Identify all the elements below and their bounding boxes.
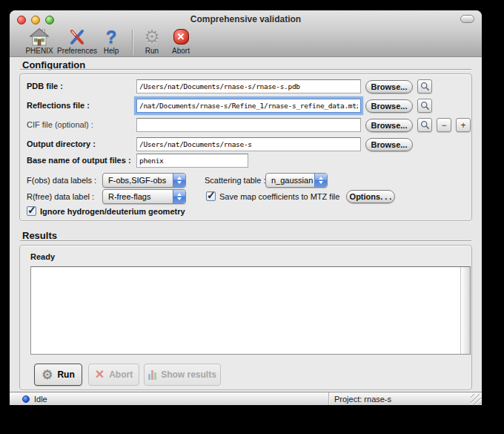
reflections-file-input[interactable] (136, 99, 361, 113)
tools-icon (68, 27, 86, 46)
toolbar-toggle-button[interactable] (460, 15, 474, 23)
dropdown-stepper-icon (314, 174, 327, 187)
show-results-label: Show results (161, 369, 216, 380)
run-button[interactable]: ⚙ Run (34, 364, 82, 386)
ignore-hd-checkbox[interactable]: ✓ (27, 206, 36, 216)
minus-icon: − (441, 120, 446, 131)
ignore-hd-label: Ignore hydrogen/deuterium geometry (40, 207, 185, 216)
rfree-value: R-free-flags (103, 190, 173, 203)
output-directory-input[interactable] (136, 137, 361, 151)
status-separator (328, 392, 329, 405)
screen-background: Comprehensive validation (0, 0, 504, 434)
cif-browse-button[interactable]: Browse... (365, 119, 413, 132)
window-header: Comprehensive validation (10, 10, 482, 57)
toolbar-label-help: Help (104, 47, 119, 55)
scattering-dropdown[interactable]: n_gaussian (265, 173, 328, 188)
cif-file-label: CIF file (optional) : (27, 120, 93, 129)
scattering-value: n_gaussian (266, 174, 314, 187)
fobs-dropdown[interactable]: F-obs,SIGF-obs (102, 173, 186, 188)
pdb-file-label: PDB file : (27, 82, 63, 91)
toolbar-button-abort[interactable]: ✕ Abort (165, 27, 196, 55)
toolbar-button-preferences[interactable]: Preferences (56, 27, 98, 55)
status-bar: Idle Project: rnase-s (10, 392, 482, 405)
rfree-label: R(free) data label : (27, 192, 94, 201)
pdb-browse-button[interactable]: Browse... (365, 80, 413, 93)
cif-search-button[interactable] (417, 118, 432, 132)
configuration-groupbox: PDB file : Browse... Reflections file : … (19, 73, 472, 221)
reflections-search-button[interactable] (417, 99, 432, 113)
cif-add-button[interactable]: + (456, 118, 471, 132)
base-name-label: Base name of output files : (27, 156, 131, 165)
search-icon (420, 120, 430, 130)
search-icon (420, 101, 430, 111)
rfree-dropdown[interactable]: R-free-flags (102, 189, 186, 204)
abort-x-icon: ✕ (173, 27, 189, 46)
gear-icon: ⚙ (42, 369, 53, 381)
results-divider (20, 240, 471, 241)
search-icon (420, 82, 430, 91)
toolbar-label-run: Run (145, 47, 159, 55)
help-icon: ? (106, 27, 117, 46)
cif-remove-button[interactable]: − (437, 118, 451, 132)
pdb-search-button[interactable] (417, 79, 432, 93)
base-name-input[interactable] (136, 154, 248, 168)
show-results-button[interactable]: Show results (144, 364, 221, 386)
resize-grip[interactable] (471, 394, 481, 404)
titlebar[interactable]: Comprehensive validation (10, 10, 482, 28)
status-text: Idle (34, 395, 47, 404)
home-icon (30, 27, 49, 46)
reflections-file-label: Reflections file : (27, 101, 90, 110)
window-title: Comprehensive validation (10, 14, 482, 24)
red-x-icon: ✕ (95, 369, 105, 381)
results-log-area[interactable] (30, 266, 471, 355)
output-directory-label: Output directory : (27, 139, 96, 148)
plus-icon: + (460, 120, 465, 131)
reflections-browse-button[interactable]: Browse... (365, 99, 413, 113)
results-groupbox: Ready ⚙ Run ✕ Abort Show results (19, 245, 472, 390)
abort-button[interactable]: ✕ Abort (88, 364, 139, 386)
content-area: Configuration PDB file : Browse... Refle… (10, 57, 482, 405)
dropdown-stepper-icon (173, 174, 185, 187)
toolbar-label-phenix: PHENIX (25, 47, 53, 55)
save-map-label: Save map coefficients to MTZ file (219, 192, 339, 201)
cif-file-input[interactable] (136, 118, 361, 132)
toolbar-button-help[interactable]: ? Help (98, 27, 125, 55)
results-heading: Results (22, 230, 57, 241)
pdb-file-input[interactable] (136, 79, 361, 93)
options-button[interactable]: Options. . . (346, 190, 395, 203)
abort-button-label: Abort (109, 369, 133, 380)
results-status-label: Ready (30, 252, 55, 261)
checkmark-icon: ✓ (207, 189, 216, 201)
run-button-label: Run (57, 369, 74, 380)
save-map-checkbox[interactable]: ✓ (206, 191, 216, 201)
scrollbar[interactable] (460, 267, 470, 354)
scattering-label: Scattering table : (205, 176, 266, 185)
output-browse-button[interactable]: Browse... (365, 138, 413, 151)
toolbar-label-preferences: Preferences (57, 47, 97, 55)
configuration-divider (20, 69, 471, 70)
bar-chart-icon (148, 370, 156, 380)
run-gear-icon: ⚙ (144, 27, 160, 46)
app-window: Comprehensive validation (10, 10, 482, 405)
toolbar-button-phenix[interactable]: PHENIX (22, 27, 56, 55)
dropdown-stepper-icon (173, 190, 185, 203)
idle-status-dot (22, 395, 30, 403)
fobs-value: F-obs,SIGF-obs (103, 174, 173, 187)
fobs-label: F(obs) data labels : (27, 176, 96, 185)
toolbar-label-abort: Abort (172, 47, 190, 55)
toolbar-separator (132, 30, 133, 55)
project-label: Project: rnase-s (334, 395, 391, 404)
toolbar: PHENIX Preferences ? Help (10, 28, 482, 57)
toolbar-button-run[interactable]: ⚙ Run (139, 27, 165, 55)
checkmark-icon: ✓ (27, 204, 36, 216)
